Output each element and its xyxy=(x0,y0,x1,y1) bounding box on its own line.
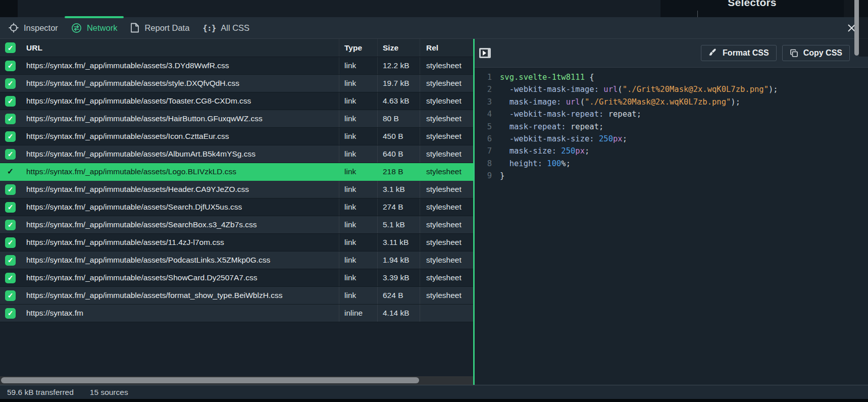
line-number: 8 xyxy=(479,158,492,170)
row-type: link xyxy=(339,269,377,286)
row-checkbox[interactable]: ✓ xyxy=(5,237,16,248)
row-url: https://syntax.fm/_app/immutable/assets/… xyxy=(21,291,339,300)
row-url: https://syntax.fm/_app/immutable/assets/… xyxy=(21,114,339,123)
row-checkbox-cell: ✓ xyxy=(0,131,21,142)
row-checkbox[interactable]: ✓ xyxy=(5,96,16,107)
check-icon: ✓ xyxy=(8,186,14,193)
row-rel: stylesheet xyxy=(420,163,473,180)
tab-all-css[interactable]: {:} All CSS xyxy=(196,17,256,38)
format-css-button[interactable]: Format CSS xyxy=(701,45,777,61)
table-row[interactable]: ✓https://syntax.fm/_app/immutable/assets… xyxy=(0,128,473,145)
row-rel: stylesheet xyxy=(420,92,473,110)
row-checkbox-cell: ✓ xyxy=(0,273,21,283)
row-size: 450 B xyxy=(377,128,420,145)
row-checkbox-cell: ✓ xyxy=(0,78,21,89)
line-number: 9 xyxy=(479,170,492,182)
header-rel: Rel xyxy=(420,39,473,57)
row-size: 3.11 kB xyxy=(377,234,420,251)
expand-panel-button[interactable] xyxy=(479,48,491,58)
table-row[interactable]: ✓https://syntax.fm/_app/immutable/assets… xyxy=(0,92,473,110)
tab-network[interactable]: Network xyxy=(65,17,124,38)
line-number: 3 xyxy=(479,96,492,108)
table-row[interactable]: ✓https://syntax.fm/_app/immutable/assets… xyxy=(0,234,473,252)
row-size: 3.39 kB xyxy=(377,269,420,286)
code-line: 4 -webkit-mask-repeat: repeat; xyxy=(479,108,868,120)
check-icon: ✓ xyxy=(8,44,14,52)
row-type: link xyxy=(339,181,377,198)
row-checkbox[interactable]: ✓ xyxy=(5,273,16,283)
row-type: link xyxy=(339,145,377,163)
check-icon: ✓ xyxy=(8,239,14,246)
row-checkbox[interactable]: ✓ xyxy=(5,308,16,319)
tab-report-data[interactable]: Report Data xyxy=(124,17,196,38)
row-checkbox[interactable]: ✓ xyxy=(5,167,16,177)
code-line: 7 mask-size: 250px; xyxy=(479,145,868,157)
table-row[interactable]: ✓https://syntax.fm/_app/immutable/assets… xyxy=(0,110,473,128)
row-checkbox[interactable]: ✓ xyxy=(5,78,16,89)
row-checkbox-cell: ✓ xyxy=(0,149,21,160)
row-rel: stylesheet xyxy=(420,198,473,216)
inspector-icon xyxy=(9,23,19,33)
row-type: link xyxy=(339,252,377,269)
row-size: 218 B xyxy=(377,163,420,180)
row-checkbox[interactable]: ✓ xyxy=(5,149,16,160)
row-type: link xyxy=(339,287,377,304)
row-checkbox-cell: ✓ xyxy=(0,290,21,301)
transferred-total: 59.6 kB transferred xyxy=(7,388,74,397)
row-checkbox-cell: ✓ xyxy=(0,96,21,107)
row-checkbox[interactable]: ✓ xyxy=(5,255,16,266)
row-checkbox-cell: ✓ xyxy=(0,167,21,177)
row-checkbox-cell: ✓ xyxy=(0,255,21,266)
row-rel: stylesheet xyxy=(420,252,473,269)
code-text: height: 100%; xyxy=(500,158,571,170)
table-row[interactable]: ✓https://syntax.fm/_app/immutable/assets… xyxy=(0,269,473,287)
check-icon: ✓ xyxy=(8,133,14,140)
code-text: mask-repeat: repeat; xyxy=(500,121,603,133)
devtools-main: ✓ URL Type Size Rel ✓https://syntax.fm/_… xyxy=(0,39,868,385)
header-url: URL xyxy=(21,43,339,53)
table-row[interactable]: ✓https://syntax.fm/_app/immutable/assets… xyxy=(0,181,473,198)
table-row[interactable]: ✓https://syntax.fm/_app/immutable/assets… xyxy=(0,216,473,234)
row-url: https://syntax.fm/_app/immutable/assets/… xyxy=(21,167,339,176)
table-row[interactable]: ✓https://syntax.fm/_app/immutable/assets… xyxy=(0,145,473,163)
table-row[interactable]: ✓https://syntax.fm/_app/immutable/assets… xyxy=(0,163,473,181)
row-checkbox-cell: ✓ xyxy=(0,237,21,248)
table-row[interactable]: ✓https://syntax.fm/_app/immutable/assets… xyxy=(0,75,473,92)
header-checkbox[interactable]: ✓ xyxy=(5,42,16,53)
table-row[interactable]: ✓https://syntax.fm/_app/immutable/assets… xyxy=(0,198,473,216)
row-url: https://syntax.fm/_app/immutable/assets/… xyxy=(21,132,339,141)
row-rel: stylesheet xyxy=(420,128,473,145)
css-viewer-panel: Format CSS Copy CSS 1svg.svelte-1tw8111 … xyxy=(475,39,868,385)
copy-css-label: Copy CSS xyxy=(803,48,842,58)
code-line: 8 height: 100%; xyxy=(479,158,868,170)
table-row[interactable]: ✓https://syntax.fm/_app/immutable/assets… xyxy=(0,287,473,305)
table-row[interactable]: ✓https://syntax.fminline4.14 kB xyxy=(0,305,473,322)
row-url: https://syntax.fm/_app/immutable/assets/… xyxy=(21,61,339,70)
row-type: link xyxy=(339,216,377,233)
row-size: 4.14 kB xyxy=(377,305,420,322)
row-url: https://syntax.fm/_app/immutable/assets/… xyxy=(21,256,339,265)
row-type: link xyxy=(339,75,377,92)
row-checkbox[interactable]: ✓ xyxy=(5,202,16,213)
table-row[interactable]: ✓https://syntax.fm/_app/immutable/assets… xyxy=(0,252,473,269)
copy-css-button[interactable]: Copy CSS xyxy=(782,45,850,61)
tab-inspector[interactable]: Inspector xyxy=(2,17,65,38)
row-checkbox[interactable]: ✓ xyxy=(5,184,16,195)
row-checkbox[interactable]: ✓ xyxy=(5,290,16,301)
vertical-scrollbar-thumb[interactable] xyxy=(854,0,859,56)
code-text: -webkit-mask-repeat: repeat; xyxy=(500,108,641,120)
horizontal-scrollbar-thumb[interactable] xyxy=(1,377,419,383)
row-type: link xyxy=(339,57,377,74)
row-checkbox[interactable]: ✓ xyxy=(5,61,16,71)
check-icon: ✓ xyxy=(8,204,14,211)
row-rel: stylesheet xyxy=(420,269,473,286)
row-checkbox[interactable]: ✓ xyxy=(5,220,16,230)
row-checkbox[interactable]: ✓ xyxy=(5,114,16,124)
row-checkbox[interactable]: ✓ xyxy=(5,131,16,142)
row-size: 640 B xyxy=(377,145,420,163)
css-source-view: 1svg.svelte-1tw8111 {2 -webkit-mask-imag… xyxy=(475,68,868,385)
table-row[interactable]: ✓https://syntax.fm/_app/immutable/assets… xyxy=(0,57,473,75)
row-type: link xyxy=(339,163,377,180)
row-rel: stylesheet xyxy=(420,110,473,127)
row-url: https://syntax.fm/_app/immutable/assets/… xyxy=(21,273,339,282)
